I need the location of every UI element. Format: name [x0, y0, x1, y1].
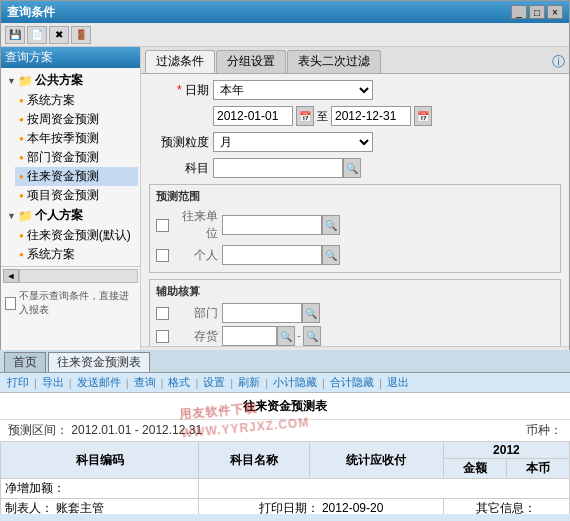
dot-icon-7: ●	[19, 231, 24, 240]
tree-scrollbar[interactable]	[19, 269, 138, 283]
tree-group-personal[interactable]: ▼ 📁 个人方案	[3, 205, 138, 226]
dept-row: 部门 🔍	[156, 303, 554, 323]
subject-input[interactable]	[213, 158, 343, 178]
cell-creator: 制表人： 账套主管	[1, 499, 199, 515]
cell-print-date: 打印日期： 2012-09-20	[199, 499, 444, 515]
bottom-tab-home-label: 首页	[13, 355, 37, 369]
inventory-input-group: 🔍 - 🔍	[222, 326, 321, 346]
currency-info-label: 币种：	[526, 423, 562, 437]
right-panel: 过滤条件 分组设置 表头二次过滤 ⓘ 日期	[141, 47, 569, 381]
personal-input[interactable]	[222, 245, 322, 265]
counterparty-search-button[interactable]: 🔍	[322, 215, 340, 235]
dot-icon-6: ●	[19, 191, 24, 200]
folder-icon-personal: 📁	[18, 209, 33, 223]
bottom-tab-report[interactable]: 往来资金预测表	[48, 352, 150, 372]
col-currency: 本币	[506, 459, 569, 479]
no-show-section: 不显示查询条件，直接进入报表	[1, 285, 140, 321]
dept-input-group: 🔍	[222, 303, 320, 323]
counterparty-input[interactable]	[222, 215, 322, 235]
inventory-search-button1[interactable]: 🔍	[277, 326, 295, 346]
personal-search-button[interactable]: 🔍	[322, 245, 340, 265]
date-separator: 至	[317, 109, 328, 124]
subject-search-button[interactable]: 🔍	[343, 158, 361, 178]
close-toolbar-button[interactable]: 🚪	[71, 26, 91, 44]
save-toolbar-button[interactable]: 💾	[5, 26, 25, 44]
calendar-from-button[interactable]: 📅	[296, 106, 314, 126]
tree-item-system[interactable]: ● 系统方案	[15, 91, 138, 110]
help-icon[interactable]: ⓘ	[552, 53, 565, 71]
inventory-checkbox[interactable]	[156, 330, 169, 343]
table-row-footer: 制表人： 账套主管 打印日期： 2012-09-20 其它信息：	[1, 499, 570, 515]
report-info: 预测区间： 2012.01.01 - 2012.12.31 币种：	[0, 420, 570, 441]
dialog-title-bar: 查询条件 _ □ ×	[1, 1, 569, 23]
btn-settings[interactable]: 设置	[200, 375, 228, 390]
tree-item-project[interactable]: ● 项目资金预测	[15, 186, 138, 205]
bottom-tab-home[interactable]: 首页	[4, 352, 46, 372]
dept-checkbox[interactable]	[156, 307, 169, 320]
tree-scroll-area: ▼ 📁 公共方案 ● 系统方案 ● 按周资金预测 ● 本年按季预测	[1, 68, 140, 266]
new-toolbar-button[interactable]: 📄	[27, 26, 47, 44]
date-preset-select[interactable]: 本年 本月 本季 自定义	[213, 80, 373, 100]
tree-group-public-label: 公共方案	[35, 72, 83, 89]
minimize-button[interactable]: _	[511, 5, 527, 19]
tree-item-weekly[interactable]: ● 按周资金预测	[15, 110, 138, 129]
personal-checkbox[interactable]	[156, 249, 169, 262]
aux-check-section: 辅助核算 部门 🔍 存货	[149, 279, 561, 346]
no-show-checkbox[interactable]	[5, 297, 16, 310]
counterparty-checkbox[interactable]	[156, 219, 169, 232]
tree-item-quarterly[interactable]: ● 本年按季预测	[15, 129, 138, 148]
delete-toolbar-button[interactable]: ✖	[49, 26, 69, 44]
forecast-range-title: 预测范围	[156, 189, 554, 204]
date-to-input[interactable]	[331, 106, 411, 126]
tab-group[interactable]: 分组设置	[216, 50, 286, 73]
btn-refresh[interactable]: 刷新	[235, 375, 263, 390]
subject-row: 科目 🔍	[149, 158, 561, 178]
forecast-range-info: 预测区间： 2012.01.01 - 2012.12.31	[8, 422, 202, 439]
dept-search-button[interactable]: 🔍	[302, 303, 320, 323]
tree-item-personal-system[interactable]: ● 系统方案	[15, 245, 138, 264]
btn-send-email[interactable]: 发送邮件	[74, 375, 124, 390]
tree-group-public[interactable]: ▼ 📁 公共方案	[3, 70, 138, 91]
dept-input[interactable]	[222, 303, 302, 323]
btn-export[interactable]: 导出	[39, 375, 67, 390]
forecast-level-select[interactable]: 月 周 季 年	[213, 132, 373, 152]
filter-content: 日期 本年 本月 本季 自定义 📅 至	[141, 74, 569, 346]
table-row-sum: 净增加额：	[1, 479, 570, 499]
dialog-body: 查询方案 ▼ 📁 公共方案 ● 系统方案 ● 按周资金预测	[1, 47, 569, 381]
tab-help: ⓘ	[552, 50, 569, 73]
btn-subtotal-hide[interactable]: 小计隐藏	[270, 375, 320, 390]
btn-total-hide[interactable]: 合计隐藏	[327, 375, 377, 390]
inventory-input[interactable]	[222, 326, 277, 346]
dot-icon-8: ●	[19, 250, 24, 259]
inventory-search-button2[interactable]: 🔍	[303, 326, 321, 346]
tree-group-personal-label: 个人方案	[35, 207, 83, 224]
date-from-input[interactable]	[213, 106, 293, 126]
bottom-tab-report-label: 往来资金预测表	[57, 355, 141, 369]
personal-label: 个人	[173, 247, 218, 264]
btn-print[interactable]: 打印	[4, 375, 32, 390]
tree-item-dept[interactable]: ● 部门资金预测	[15, 148, 138, 167]
calendar-to-button[interactable]: 📅	[414, 106, 432, 126]
tree-item-counterparty[interactable]: ● 往来资金预测	[15, 167, 138, 186]
maximize-button[interactable]: □	[529, 5, 545, 19]
tree-item-label-dept: 部门资金预测	[27, 149, 99, 166]
btn-format[interactable]: 格式	[165, 375, 193, 390]
close-button[interactable]: ×	[547, 5, 563, 19]
currency-info: 币种：	[526, 422, 562, 439]
tree-header-label: 查询方案	[5, 50, 53, 64]
scroll-left-button[interactable]: ◄	[3, 269, 19, 283]
tab-secondary[interactable]: 表头二次过滤	[287, 50, 381, 73]
expand-icon-personal: ▼	[7, 211, 16, 221]
tree-item-personal-counterparty[interactable]: ● 往来资金预测(默认)	[15, 226, 138, 245]
bottom-tabs: 首页 往来资金预测表	[0, 350, 570, 373]
no-show-label: 不显示查询条件，直接进入报表	[19, 289, 136, 317]
btn-exit[interactable]: 退出	[384, 375, 412, 390]
tab-filter[interactable]: 过滤条件	[145, 50, 215, 73]
subject-input-group: 🔍	[213, 158, 361, 178]
date-range: 📅 至 📅	[213, 106, 432, 126]
btn-query[interactable]: 查询	[131, 375, 159, 390]
dot-icon-2: ●	[19, 115, 24, 124]
dialog-title: 查询条件	[7, 4, 55, 21]
date-row: 日期 本年 本月 本季 自定义	[149, 80, 561, 100]
inventory-label: 存货	[173, 328, 218, 345]
